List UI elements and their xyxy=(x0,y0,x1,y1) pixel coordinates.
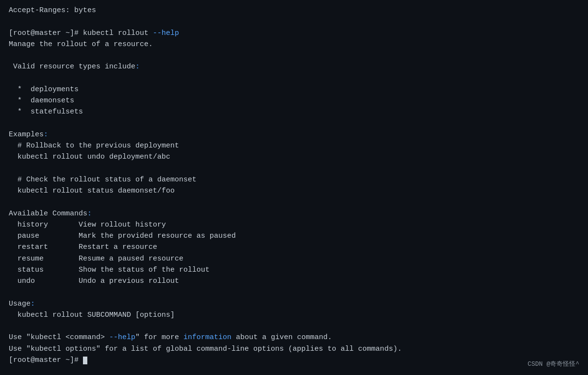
terminal-text: # Rollback to the previous deployment xyxy=(9,142,179,150)
terminal-line: Accept-Ranges: bytes xyxy=(9,5,579,16)
terminal-line: * deployments xyxy=(9,84,579,95)
terminal-text: --help xyxy=(109,333,135,342)
terminal-line: kubectl rollout status daemonset/foo xyxy=(9,185,579,196)
terminal-text: : xyxy=(31,300,35,308)
terminal-text: kubectl rollout SUBCOMMAND [options] xyxy=(9,311,175,319)
terminal-text: kubectl rollout status daemonset/foo xyxy=(9,187,175,195)
terminal-text: [root@master ~]# xyxy=(9,356,83,364)
terminal-text: Use "kubectl options" for a list of glob… xyxy=(9,345,402,353)
terminal-text: kubectl rollout undo deployment/abc xyxy=(9,153,170,161)
terminal-text: status Show the status of the rollout xyxy=(9,266,210,274)
terminal-text: Available Commands xyxy=(9,210,87,218)
terminal-text: Usage xyxy=(9,300,31,308)
terminal-text: : xyxy=(87,210,92,218)
terminal-text: Examples xyxy=(9,130,44,139)
terminal-line xyxy=(9,16,579,27)
terminal-line: Use "kubectl <command> --help" for more … xyxy=(9,332,579,343)
terminal-line: Usage: xyxy=(9,298,579,310)
terminal-line xyxy=(9,321,579,332)
terminal-text: information xyxy=(183,333,231,342)
terminal-text: Valid resource types include xyxy=(9,63,135,71)
terminal-text: * deployments xyxy=(9,85,79,94)
terminal-text: about a given command. xyxy=(231,333,332,342)
terminal-line xyxy=(9,287,579,298)
terminal-text: --help xyxy=(153,29,179,37)
terminal-cursor xyxy=(83,357,87,364)
terminal-line: pause Mark the provided resource as paus… xyxy=(9,230,579,242)
terminal-line: Use "kubectl options" for a list of glob… xyxy=(9,343,579,355)
terminal-line: Manage the rollout of a resource. xyxy=(9,39,579,50)
terminal-content: Accept-Ranges: bytes [root@master ~]# ku… xyxy=(9,5,579,366)
watermark: CSDN @奇奇怪怪^ xyxy=(527,359,579,369)
terminal-text: * statefulsets xyxy=(9,108,83,116)
terminal-text: Accept-Ranges: bytes xyxy=(9,6,96,15)
terminal-line: undo Undo a previous rollout xyxy=(9,276,579,287)
terminal-line: status Show the status of the rollout xyxy=(9,264,579,276)
terminal-line xyxy=(9,73,579,84)
terminal-line: # Check the rollout status of a daemonse… xyxy=(9,174,579,185)
terminal-text: : xyxy=(135,63,140,71)
terminal-line: resume Resume a paused resource xyxy=(9,253,579,264)
terminal-line xyxy=(9,196,579,208)
terminal-line: history View rollout history xyxy=(9,219,579,230)
terminal-text: " for more xyxy=(135,333,183,342)
terminal-text: * daemonsets xyxy=(9,97,74,105)
terminal-text: Manage the rollout of a resource. xyxy=(9,40,153,49)
terminal-text: [root@master ~]# kubectl rollout xyxy=(9,29,153,37)
terminal-text: # Check the rollout status of a daemonse… xyxy=(9,176,196,184)
terminal-line: Valid resource types include: xyxy=(9,61,579,72)
terminal-text: history View rollout history xyxy=(9,221,166,229)
terminal-line: Examples: xyxy=(9,129,579,140)
terminal-text: : xyxy=(44,130,48,139)
terminal-line xyxy=(9,118,579,129)
terminal-line xyxy=(9,163,579,174)
terminal-window: Accept-Ranges: bytes [root@master ~]# ku… xyxy=(0,0,588,375)
terminal-line: kubectl rollout undo deployment/abc xyxy=(9,151,579,163)
terminal-line: [root@master ~]# xyxy=(9,355,579,366)
terminal-line: restart Restart a resource xyxy=(9,242,579,253)
terminal-line: * daemonsets xyxy=(9,95,579,106)
terminal-line: * statefulsets xyxy=(9,106,579,117)
terminal-line: Available Commands: xyxy=(9,208,579,219)
terminal-line: # Rollback to the previous deployment xyxy=(9,140,579,151)
terminal-text: pause Mark the provided resource as paus… xyxy=(9,232,236,240)
terminal-line xyxy=(9,50,579,61)
terminal-line: kubectl rollout SUBCOMMAND [options] xyxy=(9,310,579,321)
terminal-text: Use "kubectl <command> xyxy=(9,333,109,342)
terminal-text: undo Undo a previous rollout xyxy=(9,277,179,285)
terminal-text: restart Restart a resource xyxy=(9,243,157,251)
terminal-line: [root@master ~]# kubectl rollout --help xyxy=(9,28,579,39)
terminal-text: resume Resume a paused resource xyxy=(9,255,183,263)
